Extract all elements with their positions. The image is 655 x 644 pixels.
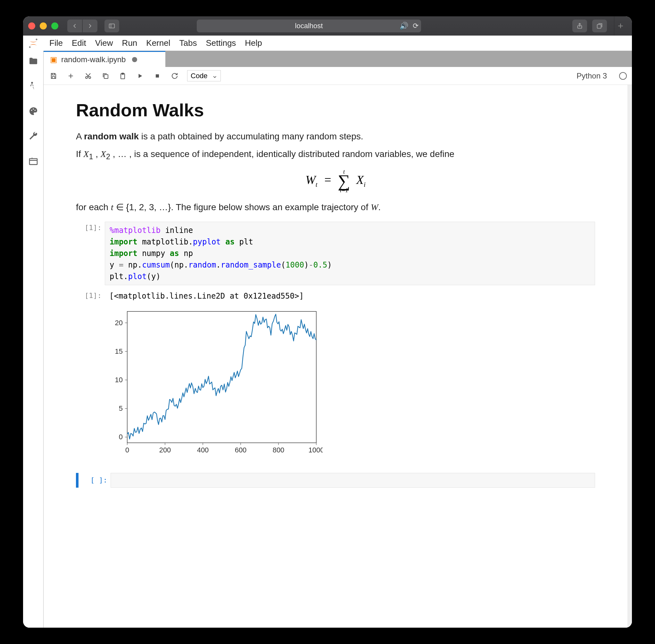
window-close-button[interactable] xyxy=(28,22,35,29)
code-editor[interactable]: %matplotlib inline import matplotlib.pyp… xyxy=(105,222,595,285)
output-text: [<matplotlib.lines.Line2D at 0x121ead550… xyxy=(105,290,595,302)
save-button[interactable] xyxy=(49,71,58,81)
paste-button[interactable] xyxy=(118,71,128,81)
menu-edit[interactable]: Edit xyxy=(72,38,86,48)
svg-point-8 xyxy=(34,110,35,111)
copy-button[interactable] xyxy=(100,71,110,81)
titlebar: localhost 🔊 ⟳ + xyxy=(23,16,632,36)
notebook-content[interactable]: Random Walks A random walk is a path obt… xyxy=(44,85,632,628)
svg-text:15: 15 xyxy=(115,347,123,355)
svg-point-7 xyxy=(33,109,33,110)
menu-run[interactable]: Run xyxy=(122,38,137,48)
svg-rect-12 xyxy=(104,75,108,78)
line-chart: 0510152002004006008001000 xyxy=(105,305,323,459)
svg-text:1000: 1000 xyxy=(309,446,323,454)
markdown-heading: Random Walks xyxy=(76,100,595,120)
notebook-icon: ▣ xyxy=(50,55,58,64)
volume-icon: 🔊 xyxy=(400,22,408,30)
notebook-tab[interactable]: ▣ random-walk.ipynb xyxy=(44,51,165,67)
svg-text:800: 800 xyxy=(273,446,285,454)
svg-point-3 xyxy=(36,39,38,40)
markdown-paragraph-2: If X1 , X2 , … , is a sequence of indepe… xyxy=(76,147,595,162)
svg-rect-9 xyxy=(29,159,37,165)
window-minimize-button[interactable] xyxy=(40,22,47,29)
tab-bar: ▣ random-walk.ipynb xyxy=(44,51,632,67)
window-maximize-button[interactable] xyxy=(51,22,58,29)
svg-point-5 xyxy=(31,82,33,84)
menu-tabs[interactable]: Tabs xyxy=(179,38,197,48)
svg-text:20: 20 xyxy=(115,319,123,327)
new-tab-button[interactable]: + xyxy=(614,16,627,36)
input-prompt-empty: [ ]: xyxy=(82,473,107,488)
svg-text:400: 400 xyxy=(197,446,209,454)
file-browser-icon[interactable] xyxy=(28,56,39,68)
svg-text:10: 10 xyxy=(115,376,123,384)
jupyter-logo xyxy=(23,36,44,51)
left-sidebar xyxy=(23,51,44,628)
svg-text:600: 600 xyxy=(235,446,247,454)
notebook-toolbar: + Code Python 3 xyxy=(44,67,632,85)
svg-text:0: 0 xyxy=(119,433,123,441)
plot-output: 0510152002004006008001000 xyxy=(105,305,595,460)
menu-help[interactable]: Help xyxy=(245,38,262,48)
empty-code-editor[interactable] xyxy=(111,473,595,488)
svg-text:0: 0 xyxy=(125,446,129,454)
svg-rect-2 xyxy=(597,24,601,28)
output-prompt: [1]: xyxy=(76,290,101,302)
svg-point-4 xyxy=(29,46,31,48)
unsaved-dot-icon xyxy=(132,57,137,62)
svg-text:200: 200 xyxy=(159,446,171,454)
nav-arrows xyxy=(67,20,97,32)
svg-point-10 xyxy=(86,76,88,78)
svg-point-6 xyxy=(31,110,32,111)
address-bar[interactable]: localhost 🔊 ⟳ xyxy=(197,20,421,32)
jupyter-body: ▣ random-walk.ipynb + Code xyxy=(23,51,632,628)
svg-rect-0 xyxy=(109,24,115,28)
markdown-paragraph-3: for each t ∈ {1, 2, 3, …}. The figure be… xyxy=(76,200,595,214)
tabs-button[interactable] xyxy=(592,20,607,32)
forward-button[interactable] xyxy=(83,20,97,32)
active-cell-indicator xyxy=(76,473,78,488)
code-cell-1[interactable]: [1]: %matplotlib inline import matplotli… xyxy=(76,222,595,285)
output-row: [1]: [<matplotlib.lines.Line2D at 0x121e… xyxy=(76,290,595,302)
url-text: localhost xyxy=(295,22,323,30)
equation: Wt = t ∑ i=1 Xi xyxy=(76,169,595,193)
menu-file[interactable]: File xyxy=(49,38,63,48)
tabs-list-icon[interactable] xyxy=(28,156,39,167)
palette-icon[interactable] xyxy=(28,106,39,118)
cell-type-select[interactable]: Code xyxy=(187,70,221,82)
tab-filename: random-walk.ipynb xyxy=(61,55,126,64)
cell-type-dropdown[interactable]: Code xyxy=(187,70,221,82)
main-panel: ▣ random-walk.ipynb + Code xyxy=(44,51,632,628)
menubar: File Edit View Run Kernel Tabs Settings … xyxy=(44,36,632,51)
svg-rect-16 xyxy=(127,312,316,443)
kernel-name[interactable]: Python 3 xyxy=(577,71,607,80)
jupyter-header: File Edit View Run Kernel Tabs Settings … xyxy=(23,36,632,51)
share-button[interactable] xyxy=(572,20,587,32)
traffic-lights xyxy=(28,22,58,29)
back-button[interactable] xyxy=(67,20,82,32)
menu-view[interactable]: View xyxy=(95,38,113,48)
menu-settings[interactable]: Settings xyxy=(206,38,236,48)
running-icon[interactable] xyxy=(28,81,39,93)
run-button[interactable] xyxy=(135,71,145,81)
insert-cell-button[interactable]: + xyxy=(66,71,76,81)
stop-button[interactable] xyxy=(153,71,162,81)
svg-rect-15 xyxy=(156,74,159,77)
input-prompt: [1]: xyxy=(76,222,101,285)
sidebar-toggle-button[interactable] xyxy=(105,20,119,32)
empty-code-cell[interactable]: [ ]: xyxy=(76,473,595,488)
wrench-icon[interactable] xyxy=(28,131,39,143)
reload-icon[interactable]: ⟳ xyxy=(413,22,419,30)
menu-kernel[interactable]: Kernel xyxy=(146,38,170,48)
restart-button[interactable] xyxy=(170,71,179,81)
svg-point-11 xyxy=(89,76,91,78)
kernel-status-icon xyxy=(619,72,627,80)
browser-window: localhost 🔊 ⟳ + File Edit View Run Kerne xyxy=(23,16,632,628)
markdown-paragraph-1: A random walk is a path obtained by accu… xyxy=(76,130,595,143)
svg-text:5: 5 xyxy=(119,404,123,412)
cut-button[interactable] xyxy=(83,71,93,81)
